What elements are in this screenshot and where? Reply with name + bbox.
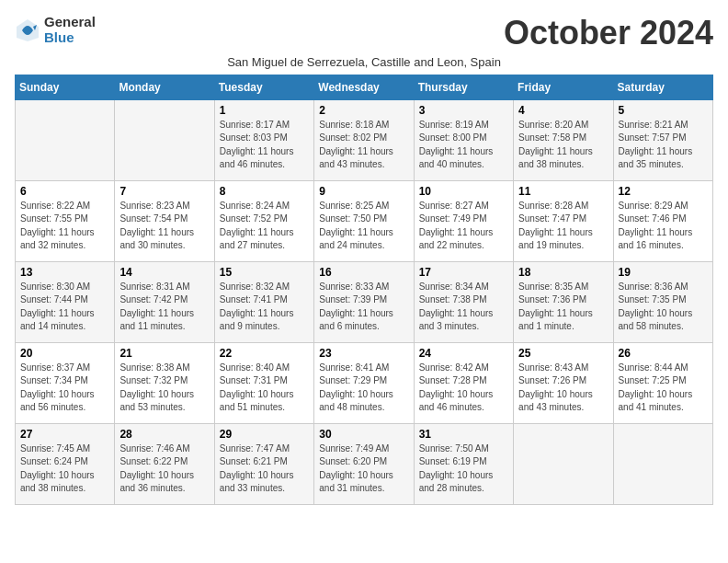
day-detail: Sunrise: 8:18 AM Sunset: 8:02 PM Dayligh…: [319, 120, 393, 170]
day-detail: Sunrise: 8:21 AM Sunset: 7:57 PM Dayligh…: [619, 120, 693, 170]
day-number: 3: [419, 104, 508, 117]
day-detail: Sunrise: 7:49 AM Sunset: 6:20 PM Dayligh…: [319, 443, 393, 494]
day-number: 22: [220, 347, 309, 360]
calendar-cell: 4Sunrise: 8:20 AM Sunset: 7:58 PM Daylig…: [514, 99, 613, 180]
month-title: October 2024: [504, 15, 713, 52]
day-detail: Sunrise: 8:33 AM Sunset: 7:39 PM Dayligh…: [319, 282, 393, 332]
calendar-cell: 11Sunrise: 8:28 AM Sunset: 7:47 PM Dayli…: [514, 180, 613, 261]
day-number: 20: [20, 347, 109, 360]
day-detail: Sunrise: 8:41 AM Sunset: 7:29 PM Dayligh…: [319, 362, 393, 413]
day-number: 6: [20, 185, 109, 198]
day-detail: Sunrise: 7:45 AM Sunset: 6:24 PM Dayligh…: [20, 443, 95, 494]
day-detail: Sunrise: 8:40 AM Sunset: 7:31 PM Dayligh…: [220, 362, 294, 413]
day-detail: Sunrise: 8:44 AM Sunset: 7:25 PM Dayligh…: [619, 362, 693, 413]
day-number: 10: [419, 185, 508, 198]
calendar-cell: 17Sunrise: 8:34 AM Sunset: 7:38 PM Dayli…: [414, 261, 513, 342]
day-detail: Sunrise: 8:42 AM Sunset: 7:28 PM Dayligh…: [419, 362, 494, 413]
day-detail: Sunrise: 8:29 AM Sunset: 7:46 PM Dayligh…: [619, 201, 693, 251]
logo-blue: Blue: [44, 30, 96, 46]
logo-icon: [15, 17, 40, 43]
day-detail: Sunrise: 8:17 AM Sunset: 8:03 PM Dayligh…: [220, 120, 294, 170]
day-detail: Sunrise: 8:19 AM Sunset: 8:00 PM Dayligh…: [419, 120, 494, 170]
weekday-header-row: SundayMondayTuesdayWednesdayThursdayFrid…: [16, 75, 713, 99]
calendar-header: SundayMondayTuesdayWednesdayThursdayFrid…: [16, 75, 713, 99]
calendar-cell: 7Sunrise: 8:23 AM Sunset: 7:54 PM Daylig…: [115, 180, 214, 261]
day-detail: Sunrise: 8:34 AM Sunset: 7:38 PM Dayligh…: [419, 282, 494, 332]
day-number: 29: [220, 428, 309, 441]
calendar-week-3: 13Sunrise: 8:30 AM Sunset: 7:44 PM Dayli…: [16, 261, 713, 342]
weekday-header-saturday: Saturday: [613, 75, 712, 99]
weekday-header-thursday: Thursday: [414, 75, 513, 99]
day-number: 19: [619, 266, 708, 279]
day-detail: Sunrise: 7:47 AM Sunset: 6:21 PM Dayligh…: [220, 443, 294, 494]
calendar-cell: 8Sunrise: 8:24 AM Sunset: 7:52 PM Daylig…: [214, 180, 313, 261]
day-detail: Sunrise: 8:24 AM Sunset: 7:52 PM Dayligh…: [220, 201, 294, 251]
title-area: October 2024: [504, 15, 713, 52]
logo-text: General Blue: [44, 15, 96, 45]
calendar-cell: 21Sunrise: 8:38 AM Sunset: 7:32 PM Dayli…: [115, 342, 214, 423]
day-detail: Sunrise: 8:31 AM Sunset: 7:42 PM Dayligh…: [119, 282, 194, 332]
day-number: 15: [220, 266, 309, 279]
day-number: 8: [220, 185, 309, 198]
calendar-cell: 19Sunrise: 8:36 AM Sunset: 7:35 PM Dayli…: [613, 261, 712, 342]
calendar-cell: 2Sunrise: 8:18 AM Sunset: 8:02 PM Daylig…: [314, 99, 414, 180]
calendar-cell: 23Sunrise: 8:41 AM Sunset: 7:29 PM Dayli…: [314, 342, 414, 423]
day-number: 4: [518, 104, 608, 117]
calendar-cell: [16, 99, 115, 180]
calendar-cell: 13Sunrise: 8:30 AM Sunset: 7:44 PM Dayli…: [16, 261, 115, 342]
day-number: 18: [518, 266, 608, 279]
page-header: General Blue October 2024: [15, 15, 713, 52]
day-detail: Sunrise: 8:28 AM Sunset: 7:47 PM Dayligh…: [518, 201, 593, 251]
day-number: 12: [619, 185, 708, 198]
day-number: 27: [20, 428, 109, 441]
day-number: 7: [119, 185, 209, 198]
calendar-cell: [115, 99, 214, 180]
calendar-cell: 28Sunrise: 7:46 AM Sunset: 6:22 PM Dayli…: [115, 423, 214, 504]
day-number: 31: [419, 428, 508, 441]
logo-general: General: [44, 15, 96, 30]
calendar-cell: [514, 423, 613, 504]
calendar-week-1: 1Sunrise: 8:17 AM Sunset: 8:03 PM Daylig…: [16, 99, 713, 180]
calendar-cell: 31Sunrise: 7:50 AM Sunset: 6:19 PM Dayli…: [414, 423, 513, 504]
calendar-cell: 12Sunrise: 8:29 AM Sunset: 7:46 PM Dayli…: [613, 180, 712, 261]
day-number: 26: [619, 347, 708, 360]
day-detail: Sunrise: 8:23 AM Sunset: 7:54 PM Dayligh…: [119, 201, 194, 251]
day-detail: Sunrise: 7:50 AM Sunset: 6:19 PM Dayligh…: [419, 443, 494, 494]
day-number: 9: [319, 185, 408, 198]
weekday-header-monday: Monday: [115, 75, 214, 99]
calendar-cell: [613, 423, 712, 504]
day-detail: Sunrise: 8:20 AM Sunset: 7:58 PM Dayligh…: [518, 120, 593, 170]
day-detail: Sunrise: 7:46 AM Sunset: 6:22 PM Dayligh…: [119, 443, 194, 494]
day-number: 23: [319, 347, 408, 360]
calendar-week-4: 20Sunrise: 8:37 AM Sunset: 7:34 PM Dayli…: [16, 342, 713, 423]
day-detail: Sunrise: 8:22 AM Sunset: 7:55 PM Dayligh…: [20, 201, 95, 251]
day-number: 30: [319, 428, 408, 441]
calendar-body: 1Sunrise: 8:17 AM Sunset: 8:03 PM Daylig…: [16, 99, 713, 504]
calendar-cell: 24Sunrise: 8:42 AM Sunset: 7:28 PM Dayli…: [414, 342, 513, 423]
calendar-cell: 14Sunrise: 8:31 AM Sunset: 7:42 PM Dayli…: [115, 261, 214, 342]
calendar-cell: 10Sunrise: 8:27 AM Sunset: 7:49 PM Dayli…: [414, 180, 513, 261]
day-detail: Sunrise: 8:37 AM Sunset: 7:34 PM Dayligh…: [20, 362, 95, 413]
calendar-cell: 25Sunrise: 8:43 AM Sunset: 7:26 PM Dayli…: [514, 342, 613, 423]
calendar-cell: 1Sunrise: 8:17 AM Sunset: 8:03 PM Daylig…: [214, 99, 313, 180]
day-detail: Sunrise: 8:30 AM Sunset: 7:44 PM Dayligh…: [20, 282, 95, 332]
calendar-cell: 29Sunrise: 7:47 AM Sunset: 6:21 PM Dayli…: [214, 423, 313, 504]
day-number: 5: [619, 104, 708, 117]
weekday-header-friday: Friday: [514, 75, 613, 99]
day-number: 14: [119, 266, 209, 279]
day-detail: Sunrise: 8:25 AM Sunset: 7:50 PM Dayligh…: [319, 201, 393, 251]
calendar-cell: 26Sunrise: 8:44 AM Sunset: 7:25 PM Dayli…: [613, 342, 712, 423]
calendar-cell: 22Sunrise: 8:40 AM Sunset: 7:31 PM Dayli…: [214, 342, 313, 423]
calendar-cell: 30Sunrise: 7:49 AM Sunset: 6:20 PM Dayli…: [314, 423, 414, 504]
day-number: 17: [419, 266, 508, 279]
day-number: 21: [119, 347, 209, 360]
calendar-cell: 9Sunrise: 8:25 AM Sunset: 7:50 PM Daylig…: [314, 180, 414, 261]
logo: General Blue: [15, 15, 96, 45]
day-number: 16: [319, 266, 408, 279]
calendar-cell: 20Sunrise: 8:37 AM Sunset: 7:34 PM Dayli…: [16, 342, 115, 423]
day-number: 11: [518, 185, 608, 198]
day-detail: Sunrise: 8:36 AM Sunset: 7:35 PM Dayligh…: [619, 282, 693, 332]
day-number: 24: [419, 347, 508, 360]
day-detail: Sunrise: 8:35 AM Sunset: 7:36 PM Dayligh…: [518, 282, 593, 332]
weekday-header-tuesday: Tuesday: [214, 75, 313, 99]
